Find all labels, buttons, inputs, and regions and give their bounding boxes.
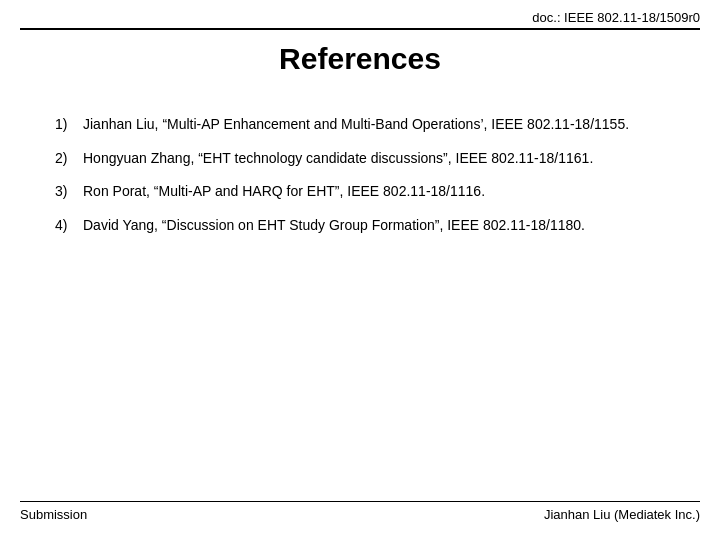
ref-text-3: Ron Porat, “Multi-AP and HARQ for EHT”, … xyxy=(83,182,485,202)
references-list: 1) Jianhan Liu, “Multi-AP Enhancement an… xyxy=(55,115,690,249)
ref-number-4: 4) xyxy=(55,216,83,236)
header-line xyxy=(20,28,700,30)
list-item: 1) Jianhan Liu, “Multi-AP Enhancement an… xyxy=(55,115,690,135)
ref-text-2: Hongyuan Zhang, “EHT technology candidat… xyxy=(83,149,593,169)
ref-number-3: 3) xyxy=(55,182,83,202)
footer-author: Jianhan Liu (Mediatek Inc.) xyxy=(544,507,700,522)
ref-text-1: Jianhan Liu, “Multi-AP Enhancement and M… xyxy=(83,115,629,135)
ref-number-1: 1) xyxy=(55,115,83,135)
ref-text-4: David Yang, “Discussion on EHT Study Gro… xyxy=(83,216,585,236)
list-item: 4) David Yang, “Discussion on EHT Study … xyxy=(55,216,690,236)
list-item: 3) Ron Porat, “Multi-AP and HARQ for EHT… xyxy=(55,182,690,202)
doc-id: doc.: IEEE 802.11-18/1509r0 xyxy=(532,10,700,25)
footer-submission: Submission xyxy=(20,507,87,522)
page-title: References xyxy=(0,42,720,76)
footer-line xyxy=(20,501,700,502)
ref-number-2: 2) xyxy=(55,149,83,169)
slide: doc.: IEEE 802.11-18/1509r0 References 1… xyxy=(0,0,720,540)
list-item: 2) Hongyuan Zhang, “EHT technology candi… xyxy=(55,149,690,169)
